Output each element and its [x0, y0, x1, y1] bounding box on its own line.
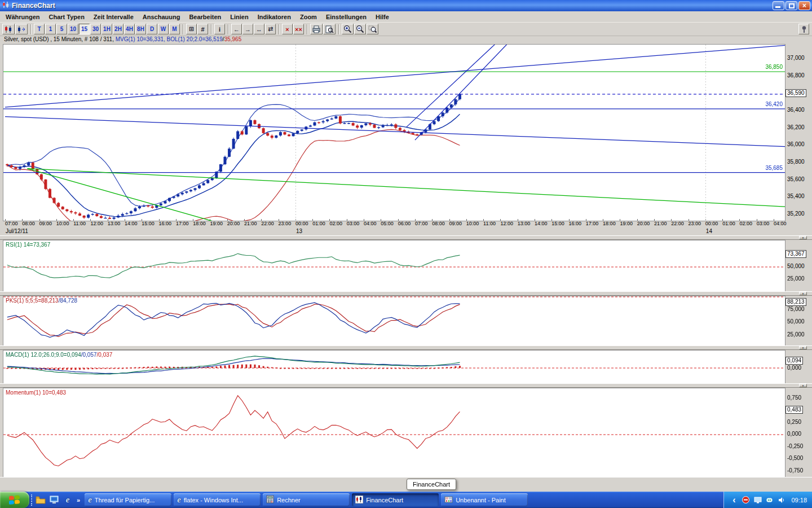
tray-volume-icon[interactable] — [777, 496, 785, 504]
interval-button-15[interactable]: 15 — [79, 24, 90, 34]
rsi-indicator-chart[interactable] — [3, 240, 785, 292]
menu-item-hilfe[interactable]: Hilfe — [371, 12, 394, 22]
interval-button-5[interactable]: 5 — [56, 24, 67, 34]
panel-splitter[interactable]: ▾ — [0, 291, 812, 296]
momentum-axis-label: -0,750 — [787, 467, 803, 474]
panel-splitter[interactable]: ▾ — [0, 383, 812, 388]
interval-button-30[interactable]: 30 — [90, 24, 101, 34]
interval-button-4h[interactable]: 4H — [124, 24, 135, 34]
momentum-axis-label: 0,750 — [787, 395, 801, 401]
hash-tool-button[interactable]: # — [197, 24, 208, 34]
close-button[interactable]: × — [798, 1, 810, 10]
menu-item-linien[interactable]: Linien — [226, 12, 253, 22]
bar-type-button[interactable] — [15, 24, 28, 34]
time-axis-label: 16:00 — [159, 221, 172, 226]
task-button-unbenannt-paint[interactable]: Unbenannt - Paint — [441, 493, 528, 506]
task-button-thread-f-r-papiertig[interactable]: eThread für Papiertig... — [85, 493, 171, 506]
main-price-chart[interactable] — [3, 44, 785, 221]
interval-button-1h[interactable]: 1H — [102, 24, 112, 34]
time-axis-label: 04:00 — [364, 221, 377, 226]
task-button-label: FinanceChart — [366, 497, 403, 503]
quick-launch-folder[interactable] — [34, 494, 47, 506]
quick-launch-show-desktop[interactable] — [48, 494, 60, 506]
chart-level-label: 36,420 — [765, 101, 783, 108]
quick-launch-handle[interactable] — [31, 494, 33, 506]
print-button[interactable] — [310, 24, 323, 34]
panel-collapse-button[interactable]: ▾ — [799, 292, 807, 295]
date-axis-label: 13 — [296, 228, 302, 234]
momentum-indicator-chart[interactable] — [3, 388, 785, 478]
delete-object-button[interactable]: × — [282, 24, 293, 34]
scroll-left-button[interactable]: ← — [231, 24, 242, 34]
zoom-out-button[interactable] — [354, 24, 366, 34]
pks-axis-label: 75,000 — [787, 306, 805, 313]
menu-item-zoom[interactable]: Zoom — [295, 12, 321, 22]
interval-button-t[interactable]: T — [34, 24, 45, 34]
time-axis-label: 19:00 — [620, 221, 633, 226]
price-axis-label: 36,400 — [787, 107, 805, 113]
info-tool-button[interactable]: i — [214, 24, 225, 34]
window-title: FinanceChart — [12, 2, 771, 10]
start-button[interactable] — [0, 492, 29, 508]
interval-button-2h[interactable]: 2H — [113, 24, 123, 34]
price-axis-label: 35,800 — [787, 159, 805, 165]
menu-item-währungen[interactable]: Währungen — [1, 12, 45, 22]
minimize-button[interactable] — [773, 1, 784, 10]
zoom-box-button[interactable] — [367, 24, 378, 34]
tray-display-icon[interactable] — [753, 496, 762, 504]
grid-tool-button[interactable]: ⊞ — [186, 24, 197, 34]
current-price-box: 36,590 — [785, 89, 806, 97]
pin-panel-button[interactable] — [798, 24, 809, 34]
chart-level-label: 35,685 — [765, 165, 783, 172]
toolbar-separator — [338, 24, 339, 34]
menu-item-chart-typen[interactable]: Chart Typen — [45, 12, 89, 22]
interval-button-8h[interactable]: 8H — [135, 24, 146, 34]
time-axis-label: 14:00 — [125, 221, 138, 226]
maximize-button[interactable] — [785, 1, 797, 10]
price-axis-label: 36,200 — [787, 124, 805, 131]
quick-launch-overflow-button[interactable]: » — [75, 497, 82, 503]
task-button-rechner[interactable]: Rechner — [263, 493, 350, 506]
scroll-both-button[interactable]: ↔ — [254, 24, 264, 34]
pks-axis-label: 25,000 — [787, 331, 805, 338]
panel-splitter[interactable]: ▾ — [0, 235, 812, 240]
delete-all-button[interactable]: ×× — [293, 24, 304, 34]
rsi-value-box: 73,367 — [785, 250, 806, 258]
interval-button-w[interactable]: W — [158, 24, 169, 34]
candlestick-type-button[interactable] — [2, 24, 15, 34]
panel-collapse-button[interactable]: ▾ — [799, 346, 807, 349]
interval-button-m[interactable]: M — [169, 24, 180, 34]
print-preview-button[interactable] — [323, 24, 336, 34]
quick-launch-ie[interactable]: e — [61, 494, 74, 506]
interval-button-10[interactable]: 10 — [68, 24, 78, 34]
date-axis-label: 14 — [706, 228, 712, 234]
menu-item-einstellungen[interactable]: Einstellungen — [321, 12, 371, 22]
interval-button-d[interactable]: D — [147, 24, 157, 34]
tray-usb-icon[interactable] — [765, 496, 774, 504]
menu-item-bearbeiten[interactable]: Bearbeiten — [184, 12, 226, 22]
zoom-in-button[interactable] — [342, 24, 354, 34]
snap-latest-button[interactable]: ⇄ — [265, 24, 276, 34]
tray-alert-icon[interactable] — [742, 496, 750, 504]
task-button-flatex-windows-int[interactable]: eflatex - Windows Int... — [174, 493, 261, 506]
panel-splitter[interactable]: ▾ — [0, 345, 812, 350]
stochastic-indicator-chart[interactable] — [3, 296, 785, 347]
menu-item-zeit-intervalle[interactable]: Zeit Intervalle — [89, 12, 138, 22]
macd-indicator-chart[interactable] — [3, 350, 785, 384]
time-axis-label: 00:00 — [705, 221, 718, 226]
task-button-financechart[interactable]: FinanceChart — [352, 493, 439, 506]
time-axis: 07:0008:0009:0010:0011:0012:0013:0014:00… — [3, 221, 792, 227]
interval-button-1[interactable]: 1 — [45, 24, 56, 34]
macd-label: MACD(1) 12.0;26.0;9.0=0,094/0,057/0,037 — [6, 352, 112, 358]
time-axis-label: 09:00 — [39, 221, 52, 226]
scroll-right-button[interactable]: → — [242, 24, 253, 34]
time-axis-label: 11:00 — [483, 221, 496, 226]
menu-item-indikatoren[interactable]: Indikatoren — [253, 12, 295, 22]
panel-collapse-button[interactable]: ▾ — [799, 384, 807, 387]
time-axis-label: 12:00 — [500, 221, 513, 226]
tray-expand-icon[interactable]: ‹ — [730, 496, 738, 504]
panel-collapse-button[interactable]: ▾ — [799, 236, 807, 239]
menu-item-anschauung[interactable]: Anschauung — [138, 12, 185, 22]
pks-value-box: 88,213 — [785, 298, 806, 306]
toolbar-separator — [307, 24, 308, 34]
